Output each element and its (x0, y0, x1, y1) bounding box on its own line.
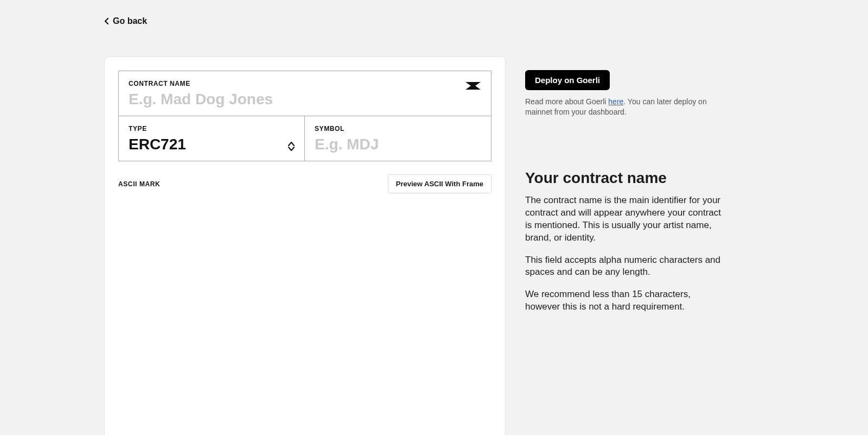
preview-ascii-button[interactable]: Preview ASCII With Frame (388, 174, 492, 193)
go-back-label: Go back (113, 16, 147, 26)
deploy-note-prefix: Read more about Goerli (525, 97, 608, 106)
symbol-input[interactable] (315, 136, 481, 153)
ascii-label: ASCII MARK (118, 180, 160, 188)
stepper-arrows-icon[interactable] (288, 142, 295, 151)
contract-name-field: CONTRACT NAME (119, 71, 491, 116)
symbol-label: SYMBOL (315, 125, 481, 133)
contract-name-label: CONTRACT NAME (129, 80, 481, 87)
sidebar-heading: Your contract name (525, 169, 753, 187)
contract-name-input[interactable] (129, 91, 481, 108)
sidebar-para-3: We recommend less than 15 characters, ho… (525, 288, 726, 313)
symbol-field: SYMBOL (305, 116, 491, 161)
brand-flag-icon (465, 81, 481, 93)
deploy-button[interactable]: Deploy on Goerli (525, 70, 610, 90)
type-field[interactable]: TYPE ERC721 (119, 116, 305, 161)
sidebar-para-1: The contract name is the main identifier… (525, 194, 726, 244)
deploy-note: Read more about Goerli here. You can lat… (525, 97, 720, 117)
type-label: TYPE (129, 125, 295, 133)
sidebar-para-2: This field accepts alpha numeric charact… (525, 254, 726, 279)
go-back-link[interactable]: Go back (104, 16, 147, 26)
chevron-left-icon (104, 18, 110, 24)
contract-form-card: CONTRACT NAME TYPE ERC721 (104, 56, 506, 435)
goerli-link[interactable]: here (608, 97, 623, 106)
type-value: ERC721 (129, 136, 295, 153)
sidebar: Deploy on Goerli Read more about Goerli … (525, 56, 753, 323)
form-table: CONTRACT NAME TYPE ERC721 (118, 71, 492, 161)
